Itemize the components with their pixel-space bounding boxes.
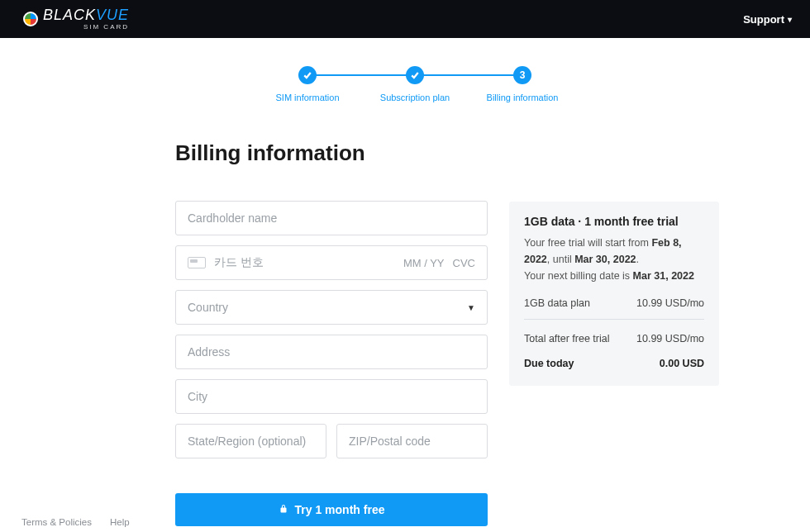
brand: BLACKVUE SIM CARD — [23, 7, 129, 31]
country-select[interactable]: Country ▼ — [175, 290, 488, 325]
order-summary: 1GB data · 1 month free trial Your free … — [509, 202, 719, 386]
summary-due-line: Due today 0.00 USD — [524, 358, 704, 369]
card-number-row[interactable]: 카드 번호 MM / YY CVC — [175, 245, 488, 280]
brand-name-part2: VUE — [96, 7, 129, 23]
caret-down-icon: ▼ — [467, 303, 475, 312]
card-number-placeholder: 카드 번호 — [214, 255, 395, 270]
card-expiry-placeholder: MM / YY — [403, 257, 445, 269]
step-connector — [316, 74, 407, 76]
help-link[interactable]: Help — [110, 517, 130, 527]
page-title: Billing information — [175, 140, 488, 166]
country-select-label: Country — [188, 301, 228, 314]
chevron-down-icon: ▾ — [788, 15, 792, 24]
step-connector — [423, 74, 514, 76]
summary-plan-line: 1GB data plan 10.99 USD/mo — [524, 297, 704, 309]
summary-title: 1GB data · 1 month free trial — [524, 215, 704, 228]
check-icon — [298, 66, 317, 84]
step-subscription-plan[interactable]: Subscription plan — [361, 66, 469, 102]
summary-trial-text: Your free trial will start from Feb 8, 2… — [524, 235, 704, 268]
plan-price: 10.99 USD/mo — [636, 297, 704, 309]
plan-label: 1GB data plan — [524, 297, 590, 309]
summary-next-billing-text: Your next billing date is Mar 31, 2022 — [524, 268, 704, 284]
check-icon — [406, 66, 424, 84]
lock-icon — [279, 503, 288, 516]
total-label: Total after free trial — [524, 333, 610, 344]
support-label: Support — [743, 13, 784, 26]
step-label: SIM information — [275, 93, 339, 102]
credit-card-icon — [188, 257, 206, 268]
brand-logo-icon — [23, 12, 38, 26]
footer: Terms & Policies Help — [21, 517, 130, 527]
step-sim-information[interactable]: SIM information — [254, 66, 361, 102]
terms-link[interactable]: Terms & Policies — [21, 517, 92, 527]
brand-text: BLACKVUE SIM CARD — [43, 7, 129, 31]
support-menu[interactable]: Support ▾ — [743, 13, 792, 26]
trial-end-date: Mar 30, 2022 — [574, 254, 636, 265]
zip-postal-input[interactable] — [336, 424, 488, 458]
summary-total-line: Total after free trial 10.99 USD/mo — [524, 333, 704, 344]
main-area: Billing information 카드 번호 MM / YY CVC Co… — [10, 140, 810, 526]
address-input[interactable] — [175, 335, 488, 369]
due-price: 0.00 USD — [660, 358, 704, 369]
cardholder-name-input[interactable] — [175, 201, 488, 235]
content: SIM information Subscription plan 3 Bill… — [0, 38, 810, 526]
city-input[interactable] — [175, 379, 488, 414]
brand-name-part1: BLACK — [43, 7, 96, 23]
cta-label: Try 1 month free — [295, 503, 385, 516]
divider — [524, 319, 704, 320]
step-label: Billing information — [487, 93, 559, 102]
due-label: Due today — [524, 358, 574, 369]
brand-subtitle: SIM CARD — [83, 24, 129, 31]
card-cvc-placeholder: CVC — [453, 257, 475, 269]
state-region-input[interactable] — [175, 424, 326, 458]
app-header: BLACKVUE SIM CARD Support ▾ — [0, 0, 810, 38]
try-free-button[interactable]: Try 1 month free — [175, 493, 488, 526]
step-number-icon: 3 — [513, 66, 531, 84]
step-billing-information[interactable]: 3 Billing information — [469, 66, 576, 102]
next-billing-date: Mar 31, 2022 — [633, 270, 694, 282]
brand-name: BLACKVUE — [43, 7, 129, 22]
total-price: 10.99 USD/mo — [636, 333, 704, 344]
billing-form: Billing information 카드 번호 MM / YY CVC Co… — [175, 140, 488, 526]
step-label: Subscription plan — [380, 93, 450, 102]
stepper: SIM information Subscription plan 3 Bill… — [10, 66, 810, 102]
